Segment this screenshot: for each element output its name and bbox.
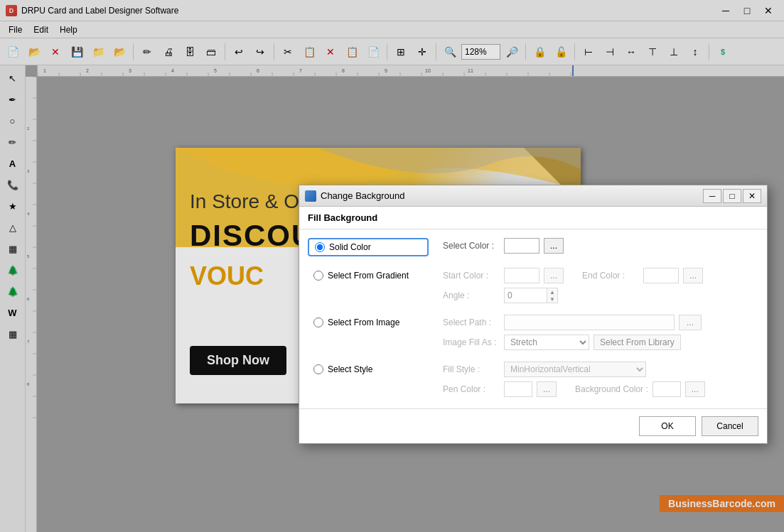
dialog-title: Change Background xyxy=(321,190,405,201)
solid-color-option[interactable]: Solid Color xyxy=(308,238,429,256)
ok-button[interactable]: OK xyxy=(639,416,696,436)
dialog-footer: OK Cancel xyxy=(299,408,767,443)
pen-color-box[interactable] xyxy=(504,381,532,397)
end-color-label: End Color : xyxy=(582,271,639,281)
image-fill-select[interactable]: Stretch xyxy=(504,335,589,350)
solid-color-row: Solid Color Select Color : ... xyxy=(308,238,758,256)
style-radio[interactable] xyxy=(313,364,323,374)
solid-color-box[interactable] xyxy=(504,238,539,254)
image-row: Select From Image Select Path : ... Imag… xyxy=(308,315,758,350)
dialog-title-bar: Change Background ─ □ ✕ xyxy=(299,185,767,207)
gradient-label[interactable]: Select From Gradient xyxy=(328,271,409,281)
bg-color-label: Background Color : xyxy=(575,384,648,394)
select-from-library-button[interactable]: Select From Library xyxy=(594,335,681,350)
solid-color-radio[interactable] xyxy=(315,242,325,252)
pen-color-label: Pen Color : xyxy=(443,384,500,394)
path-input[interactable] xyxy=(504,315,675,330)
image-radio[interactable] xyxy=(313,317,323,327)
change-background-dialog: Change Background ─ □ ✕ Fill Background … xyxy=(299,185,768,444)
image-label[interactable]: Select From Image xyxy=(328,317,399,327)
gradient-fields: Start Color : ... End Color : ... Angle … xyxy=(443,268,703,303)
style-label[interactable]: Select Style xyxy=(328,364,372,374)
angle-up[interactable]: ▲ xyxy=(547,288,557,295)
dialog-close-button[interactable]: ✕ xyxy=(743,189,761,203)
dialog-minimize-button[interactable]: ─ xyxy=(703,189,721,203)
fill-style-select[interactable]: MinHorizontalVertical xyxy=(504,362,646,377)
solid-color-browse[interactable]: ... xyxy=(544,238,564,254)
dialog-header-text: Fill Background xyxy=(308,212,377,223)
style-fields: Fill Style : MinHorizontalVertical Pen C… xyxy=(443,362,705,397)
gradient-row: Select From Gradient Start Color : ... E… xyxy=(308,268,758,303)
dialog-maximize-button[interactable]: □ xyxy=(723,189,741,203)
style-row: Select Style Fill Style : MinHorizontalV… xyxy=(308,362,758,397)
start-color-label: Start Color : xyxy=(443,271,500,281)
pen-color-browse[interactable]: ... xyxy=(537,381,557,397)
select-path-label: Select Path : xyxy=(443,317,500,327)
start-color-browse[interactable]: ... xyxy=(544,268,564,283)
cancel-button[interactable]: Cancel xyxy=(702,416,758,436)
image-fields: Select Path : ... Image Fill As : Stretc… xyxy=(443,315,702,350)
image-fill-label: Image Fill As : xyxy=(443,337,500,347)
solid-color-fields: Select Color : ... xyxy=(443,238,758,254)
angle-label: Angle : xyxy=(443,291,500,300)
angle-input[interactable] xyxy=(504,288,547,303)
bg-color-browse[interactable]: ... xyxy=(685,381,705,397)
select-color-label: Select Color : xyxy=(443,241,500,251)
dialog-body: Solid Color Select Color : ... Select Fr… xyxy=(299,229,767,408)
gradient-radio[interactable] xyxy=(313,271,323,281)
dialog-overlay: Change Background ─ □ ✕ Fill Background … xyxy=(0,0,784,532)
end-color-box[interactable] xyxy=(643,268,679,283)
start-color-box[interactable] xyxy=(504,268,539,283)
dialog-icon xyxy=(305,190,316,202)
angle-spinner[interactable]: ▲ ▼ xyxy=(547,288,558,303)
dialog-header: Fill Background xyxy=(299,207,767,229)
path-browse[interactable]: ... xyxy=(679,315,702,330)
solid-color-label[interactable]: Solid Color xyxy=(329,242,371,252)
fill-style-label: Fill Style : xyxy=(443,364,500,374)
angle-down[interactable]: ▼ xyxy=(547,295,557,303)
end-color-browse[interactable]: ... xyxy=(683,268,703,283)
bg-color-box[interactable] xyxy=(653,381,681,397)
